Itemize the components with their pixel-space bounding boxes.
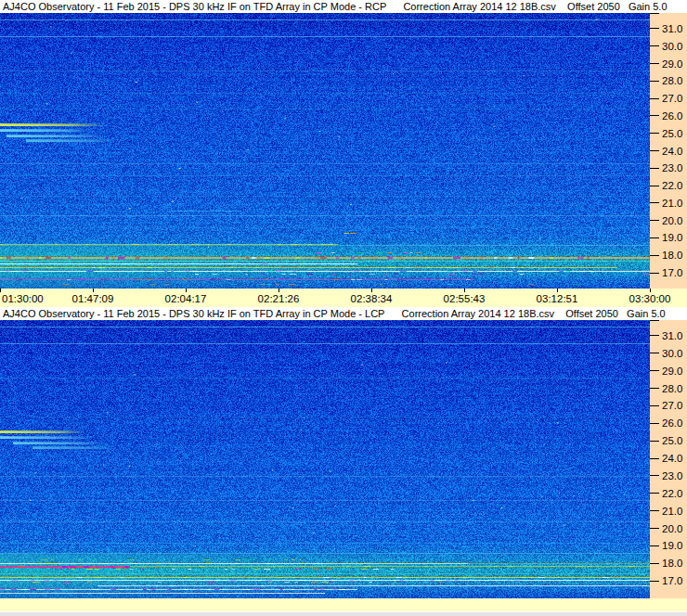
time-tick-label: 02:55:43 (444, 293, 486, 304)
freq-tick-label: 29.0 (662, 58, 682, 70)
freq-tick-label: 28.0 (662, 383, 682, 394)
time-axis: 01:30:0001:47:0902:04:1702:21:2602:38:34… (0, 289, 687, 307)
panel-title-lcp: AJ4CO Observatory - 11 Feb 2015 - DPS 30… (0, 307, 687, 320)
freq-tick (650, 202, 659, 203)
freq-tick (650, 563, 659, 564)
freq-tick (650, 273, 659, 274)
freq-tick (650, 370, 659, 371)
freq-tick-label: 18.0 (662, 250, 682, 261)
spectrogram-rcp (0, 13, 650, 289)
freq-tick-label: 30.0 (662, 41, 682, 52)
freq-tick-label: 19.0 (662, 232, 682, 243)
freq-tick-label: 26.0 (662, 417, 682, 429)
panel-rcp: 31.030.029.028.027.026.025.024.023.022.0… (0, 13, 687, 289)
time-tick-label: 03:30:00 (629, 293, 671, 304)
spectrogram-lcp (0, 320, 650, 598)
freq-tick (650, 581, 659, 582)
freq-tick-label: 24.0 (662, 146, 682, 157)
panel-title-rcp: AJ4CO Observatory - 11 Feb 2015 - DPS 30… (0, 0, 687, 13)
time-tick-label: 03:12:51 (537, 293, 578, 304)
freq-tick (650, 186, 659, 186)
freq-tick (650, 388, 659, 389)
time-tick (650, 289, 651, 292)
freq-tick-label: 17.0 (662, 575, 682, 586)
freq-tick (650, 168, 659, 169)
freq-tick-label: 22.0 (662, 488, 682, 499)
freq-tick (650, 255, 659, 256)
freq-tick (650, 220, 659, 221)
freq-tick (650, 441, 659, 442)
freq-tick-label: 21.0 (662, 506, 682, 517)
freq-tick (650, 545, 659, 546)
time-tick-label: 02:38:34 (351, 293, 393, 304)
freq-tick-label: 27.0 (662, 400, 682, 411)
freq-tick-label: 25.0 (662, 435, 682, 446)
freq-tick (650, 475, 659, 476)
freq-tick-label: 26.0 (662, 110, 682, 122)
time-tick-label: 02:04:17 (165, 293, 207, 304)
freq-tick-label: 31.0 (662, 23, 682, 34)
freq-tick (650, 353, 659, 353)
freq-tick-label: 19.0 (662, 540, 682, 551)
freq-tick-label: 23.0 (662, 470, 682, 481)
panel-lcp: 31.030.029.028.027.026.025.024.023.022.0… (0, 320, 687, 598)
freq-tick-label: 20.0 (662, 215, 682, 226)
time-tick (371, 289, 372, 292)
time-tick-label: 02:21:26 (258, 293, 300, 304)
freq-tick (650, 98, 659, 99)
time-tick (0, 289, 1, 292)
freq-tick (650, 528, 659, 529)
freq-tick (650, 150, 659, 151)
freq-tick-label: 23.0 (662, 162, 682, 173)
freq-tick-label: 25.0 (662, 128, 682, 139)
freq-tick-label: 31.0 (662, 330, 682, 341)
time-tick (557, 289, 558, 292)
freq-tick (650, 335, 659, 336)
freq-tick (650, 13, 659, 14)
freq-tick-label: 30.0 (662, 348, 682, 359)
freq-tick-label: 28.0 (662, 75, 682, 86)
freq-tick-label: 29.0 (662, 366, 682, 377)
freq-tick (650, 28, 659, 29)
freq-tick (650, 133, 659, 134)
window-footer (0, 611, 687, 616)
freq-tick-label: 27.0 (662, 93, 682, 104)
freq-tick-label: 21.0 (662, 198, 682, 209)
time-tick-label: 01:30:00 (2, 293, 44, 304)
time-tick (279, 289, 279, 292)
time-tick (464, 289, 465, 292)
freq-tick (650, 510, 659, 511)
freq-tick (650, 81, 659, 82)
freq-tick-label: 20.0 (662, 523, 682, 534)
freq-tick (650, 63, 659, 64)
frequency-axis-rcp: 31.030.029.028.027.026.025.024.023.022.0… (650, 13, 687, 289)
frequency-axis-lcp: 31.030.029.028.027.026.025.024.023.022.0… (650, 320, 687, 598)
freq-tick-label: 17.0 (662, 267, 682, 278)
freq-tick (650, 405, 659, 406)
freq-tick (650, 115, 659, 116)
time-tick (186, 289, 187, 292)
freq-tick (650, 320, 659, 321)
time-axis-empty (0, 598, 687, 611)
freq-tick (650, 493, 659, 494)
time-tick (93, 289, 94, 292)
freq-tick (650, 237, 659, 238)
freq-tick (650, 45, 659, 46)
freq-tick (650, 423, 659, 424)
time-tick-label: 01:47:09 (72, 293, 114, 304)
freq-tick-label: 22.0 (662, 180, 682, 191)
freq-tick-label: 18.0 (662, 558, 682, 569)
dps-spectrograph-window: AJ4CO Observatory - 11 Feb 2015 - DPS 30… (0, 0, 687, 616)
freq-tick-label: 24.0 (662, 453, 682, 464)
freq-tick (650, 458, 659, 459)
